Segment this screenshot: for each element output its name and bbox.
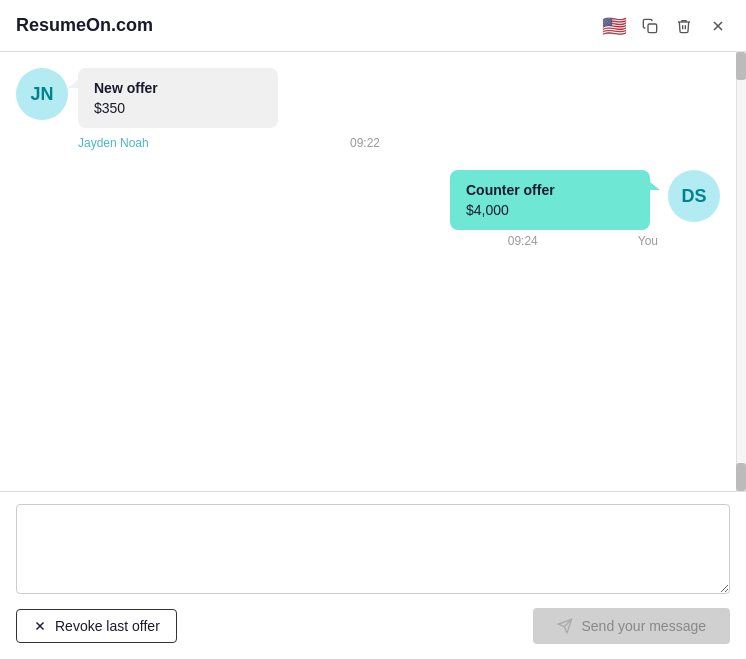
- footer-actions: Revoke last offer Send your message: [16, 608, 730, 644]
- scrollbar-track[interactable]: [736, 52, 746, 491]
- copy-icon: [642, 18, 658, 34]
- app-title: ResumeOn.com: [16, 15, 153, 36]
- bubble-amount: $350: [94, 100, 262, 116]
- revoke-last-offer-button[interactable]: Revoke last offer: [16, 609, 177, 643]
- message-input[interactable]: [16, 504, 730, 594]
- send-message-button[interactable]: Send your message: [533, 608, 730, 644]
- delete-button[interactable]: [672, 16, 696, 36]
- x-icon: [33, 619, 47, 633]
- svg-rect-0: [648, 24, 657, 33]
- message-time: 09:24: [508, 234, 538, 248]
- message-sender-you: You: [638, 234, 658, 248]
- message-time: 09:22: [350, 136, 380, 150]
- copy-button[interactable]: [638, 16, 662, 36]
- avatar: JN: [16, 68, 68, 120]
- bubble-amount: $4,000: [466, 202, 634, 218]
- sender-name: Jayden Noah: [78, 136, 149, 150]
- revoke-btn-label: Revoke last offer: [55, 618, 160, 634]
- bubble-title: New offer: [94, 80, 262, 96]
- avatar: DS: [668, 170, 720, 222]
- bubble-title: Counter offer: [466, 182, 634, 198]
- scrollbar-thumb-bottom[interactable]: [736, 463, 746, 491]
- chat-area: JN New offer $350 Jayden Noah 09:22 Coun…: [0, 52, 746, 492]
- send-btn-label: Send your message: [581, 618, 706, 634]
- scrollbar-thumb-top[interactable]: [736, 52, 746, 80]
- send-icon: [557, 618, 573, 634]
- footer: Revoke last offer Send your message: [0, 492, 746, 656]
- message-bubble: Counter offer $4,000: [450, 170, 650, 230]
- table-row: JN New offer $350: [16, 68, 730, 128]
- message-bubble: New offer $350: [78, 68, 278, 128]
- header-actions: 🇺🇸: [600, 16, 730, 36]
- flag-icon: 🇺🇸: [600, 17, 628, 35]
- header: ResumeOn.com 🇺🇸: [0, 0, 746, 52]
- close-button[interactable]: [706, 16, 730, 36]
- close-icon: [710, 18, 726, 34]
- trash-icon: [676, 18, 692, 34]
